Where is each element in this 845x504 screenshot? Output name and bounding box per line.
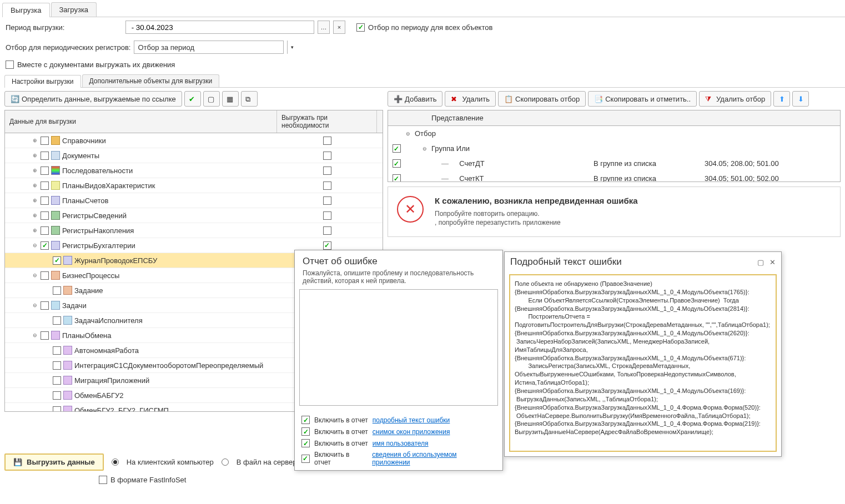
subtab-settings[interactable]: Настройки выгрузки: [4, 75, 81, 88]
on-demand-checkbox[interactable]: [323, 167, 331, 175]
on-demand-checkbox[interactable]: [323, 152, 331, 160]
tree-checkbox[interactable]: [41, 226, 49, 235]
error-details-body[interactable]: Поле объекта не обнаружено (ПравоеЗначен…: [509, 274, 777, 452]
filter-group-expander[interactable]: ⊖: [421, 145, 428, 152]
error-report-textarea[interactable]: [299, 289, 498, 406]
period-picker-button[interactable]: …: [318, 21, 330, 34]
tree-row[interactable]: ⊕ПланыСчетов: [5, 193, 383, 208]
include-screenshot-checkbox[interactable]: [301, 427, 310, 436]
copy-and-mark-button[interactable]: 📑Скопировать и отметить..: [588, 91, 697, 107]
to-client-radio[interactable]: [112, 458, 119, 466]
tree-expander[interactable]: [44, 377, 51, 384]
tree-expander[interactable]: [44, 347, 51, 354]
tree-expander[interactable]: ⊕: [32, 212, 38, 219]
tree-expander[interactable]: ⊕: [32, 197, 38, 204]
tree-expander[interactable]: [44, 257, 51, 264]
move-down-button[interactable]: ⬇: [792, 91, 809, 107]
tree-expander[interactable]: ⊖: [32, 242, 38, 249]
tree-checkbox[interactable]: [53, 361, 61, 370]
filter-group-checkbox[interactable]: [393, 144, 401, 153]
uncheck-all-button[interactable]: ▢: [203, 91, 220, 107]
add-filter-button[interactable]: ➕Добавить: [388, 91, 442, 107]
include-error-text-checkbox[interactable]: [301, 416, 310, 424]
tree-expander[interactable]: [44, 392, 51, 399]
copy-filter-button[interactable]: 📋Скопировать отбор: [498, 91, 586, 107]
filter-row-1-checkbox[interactable]: [393, 174, 401, 182]
subtab-additional[interactable]: Дополнительные объекты для выгрузки: [82, 74, 220, 87]
tree-checkbox[interactable]: [41, 271, 49, 280]
collapse-all-button[interactable]: ⧉: [241, 91, 258, 107]
filter-all-objects-checkbox[interactable]: [356, 23, 365, 32]
tree-expander[interactable]: ⊕: [32, 227, 38, 234]
upload-data-button[interactable]: 💾 Выгрузить данные: [4, 453, 104, 471]
tree-expander[interactable]: ⊖: [32, 332, 38, 339]
tree-checkbox[interactable]: [53, 256, 61, 265]
tree-row[interactable]: ⊕Последовательности: [5, 163, 383, 178]
tree-row[interactable]: ⊕Документы: [5, 148, 383, 163]
on-demand-checkbox[interactable]: [323, 241, 331, 250]
on-demand-checkbox[interactable]: [323, 196, 331, 205]
tree-expander[interactable]: ⊕: [32, 167, 38, 174]
tree-expander[interactable]: [44, 317, 51, 324]
tree-row[interactable]: ⊕Справочники: [5, 133, 383, 148]
tree-checkbox[interactable]: [41, 167, 49, 175]
tree-checkbox[interactable]: [53, 286, 61, 295]
include-username-checkbox[interactable]: [301, 439, 310, 447]
tree-expander[interactable]: [44, 407, 51, 412]
tree-row[interactable]: ⊕РегистрыСведений: [5, 208, 383, 223]
on-demand-checkbox[interactable]: [323, 137, 331, 145]
tree-checkbox[interactable]: [41, 241, 49, 250]
include-error-text-link[interactable]: подробный текст ошибки: [373, 416, 450, 424]
fastinfoset-checkbox[interactable]: [99, 476, 107, 484]
filter-root-expander[interactable]: ⊖: [405, 130, 411, 137]
tree-expander[interactable]: [44, 362, 51, 369]
tree-checkbox[interactable]: [41, 152, 49, 160]
collapse-icon: ⧉: [245, 95, 253, 103]
filter-row-0-checkbox[interactable]: [393, 159, 401, 168]
tree-checkbox[interactable]: [53, 346, 61, 355]
tree-checkbox[interactable]: [53, 376, 61, 385]
registers-filter-select[interactable]: Отбор за период: [134, 41, 284, 54]
tree-checkbox[interactable]: [41, 331, 49, 340]
tree-row[interactable]: ⊕ПланыВидовХарактеристик: [5, 178, 383, 193]
maximize-button[interactable]: ▢: [757, 258, 764, 266]
tree-expander[interactable]: ⊕: [32, 137, 38, 144]
registers-filter-dropdown-icon[interactable]: ▾: [287, 41, 297, 54]
move-up-button[interactable]: ⬆: [773, 91, 790, 107]
include-appinfo-checkbox[interactable]: [301, 455, 310, 463]
tree-checkbox[interactable]: [41, 182, 49, 190]
tree-checkbox[interactable]: [41, 137, 49, 145]
on-demand-checkbox[interactable]: [323, 211, 331, 220]
close-button[interactable]: ✕: [769, 258, 776, 266]
tree-expander[interactable]: ⊖: [32, 302, 38, 309]
on-demand-checkbox[interactable]: [323, 182, 331, 190]
period-clear-button[interactable]: ×: [333, 21, 345, 34]
period-input[interactable]: [125, 21, 314, 34]
x-icon: ✖: [451, 95, 459, 103]
tab-upload[interactable]: Выгрузка: [2, 3, 50, 17]
tree-checkbox[interactable]: [41, 196, 49, 205]
tree-row[interactable]: ⊕РегистрыНакопления: [5, 223, 383, 238]
tab-download[interactable]: Загрузка: [51, 2, 97, 17]
tree-checkbox[interactable]: [53, 316, 61, 325]
to-file-radio[interactable]: [222, 458, 229, 466]
include-screenshot-link[interactable]: снимок окон приложения: [373, 428, 450, 436]
tree-expander[interactable]: ⊖: [32, 272, 38, 279]
on-demand-checkbox[interactable]: [323, 226, 331, 235]
tree-expander[interactable]: ⊕: [32, 182, 38, 189]
tree-expander[interactable]: ⊕: [32, 152, 38, 159]
include-username-link[interactable]: имя пользователя: [373, 440, 429, 447]
delete-filter-button[interactable]: ⧩Удалить отбор: [699, 91, 771, 107]
funnel-x-icon: ⧩: [705, 95, 713, 103]
with-movements-checkbox[interactable]: [6, 61, 14, 69]
tree-checkbox[interactable]: [41, 211, 49, 220]
include-appinfo-link[interactable]: сведения об используемом приложении: [372, 451, 496, 466]
tree-expander[interactable]: [44, 287, 51, 294]
check-all-button[interactable]: ✔: [184, 91, 201, 107]
tree-checkbox[interactable]: [41, 301, 49, 310]
expand-all-button[interactable]: ▦: [222, 91, 239, 107]
define-linked-data-button[interactable]: 🔄 Определить данные, выгружаемые по ссыл…: [4, 91, 182, 107]
tree-checkbox[interactable]: [53, 406, 61, 412]
tree-checkbox[interactable]: [53, 391, 61, 400]
delete-filter-item-button[interactable]: ✖Удалить: [445, 91, 496, 107]
